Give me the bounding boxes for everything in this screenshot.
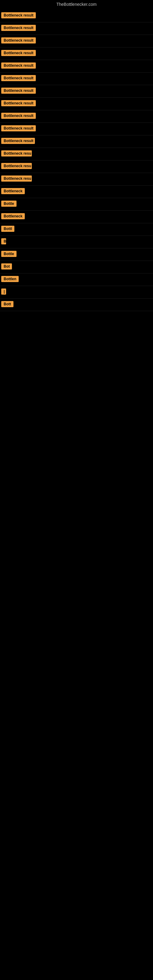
bottleneck-result-badge[interactable]: Bottleneck result <box>1 75 36 81</box>
bottleneck-result-badge[interactable]: Bottl <box>1 226 14 232</box>
site-title: TheBottlenecker.com <box>0 0 153 10</box>
bottleneck-result-badge[interactable]: Bottleneck <box>1 188 25 194</box>
list-item: Bottle <box>0 248 153 261</box>
bottleneck-result-badge[interactable]: Bottleneck result <box>1 88 36 94</box>
list-item: Bottleneck result <box>0 60 153 73</box>
bottleneck-result-badge[interactable]: Bottleneck resu <box>1 163 32 169</box>
bottleneck-result-badge[interactable]: Bottleneck result <box>1 25 36 31</box>
list-item: Bottleneck <box>0 186 153 198</box>
bottleneck-result-badge[interactable]: Bottleneck result <box>1 138 35 144</box>
list-item: Bottleneck result <box>0 48 153 60</box>
bottleneck-result-badge[interactable]: Bottleneck result <box>1 12 36 18</box>
bottleneck-result-badge[interactable]: | <box>1 288 6 294</box>
bottleneck-result-badge[interactable]: Bottleneck result <box>1 50 36 56</box>
list-item: Bottleneck result <box>0 135 153 148</box>
list-item: Bottleneck result <box>0 85 153 98</box>
list-item: Bottleneck result <box>0 98 153 110</box>
bottleneck-result-badge[interactable]: Bott <box>1 301 13 307</box>
list-item: Bottleneck resu <box>0 148 153 161</box>
bottleneck-result-badge[interactable]: Bottleneck resu <box>1 175 32 181</box>
list-item: B <box>0 236 153 248</box>
list-item: Bottlen <box>0 274 153 286</box>
list-item: Bottleneck result <box>0 73 153 85</box>
bottleneck-result-badge[interactable]: B <box>1 238 6 244</box>
list-item: Bottleneck result <box>0 10 153 22</box>
bottleneck-result-badge[interactable]: Bottleneck resu <box>1 150 32 156</box>
list-item: Bott <box>0 299 153 311</box>
bottleneck-result-badge[interactable]: Bottleneck result <box>1 125 36 131</box>
bottleneck-result-badge[interactable]: Bot <box>1 263 12 269</box>
bottleneck-result-badge[interactable]: Bottleneck result <box>1 113 36 119</box>
list-item: | <box>0 286 153 299</box>
list-item: Bottle <box>0 198 153 211</box>
bottleneck-result-badge[interactable]: Bottleneck result <box>1 100 36 106</box>
bottleneck-result-badge[interactable]: Bottle <box>1 200 16 207</box>
bottleneck-result-badge[interactable]: Bottle <box>1 251 16 257</box>
list-item: Bottleneck <box>0 211 153 223</box>
list-item: Bottleneck result <box>0 22 153 35</box>
bottleneck-result-badge[interactable]: Bottleneck result <box>1 62 36 68</box>
bottleneck-result-badge[interactable]: Bottlen <box>1 276 19 282</box>
list-item: Bottl <box>0 223 153 236</box>
list-item: Bottleneck resu <box>0 173 153 186</box>
bottleneck-result-badge[interactable]: Bottleneck <box>1 213 25 219</box>
list-item: Bottleneck resu <box>0 161 153 173</box>
list-item: Bottleneck result <box>0 35 153 48</box>
list-item: Bottleneck result <box>0 110 153 123</box>
bottleneck-result-badge[interactable]: Bottleneck result <box>1 37 36 43</box>
list-item: Bot <box>0 261 153 274</box>
list-item: Bottleneck result <box>0 123 153 135</box>
